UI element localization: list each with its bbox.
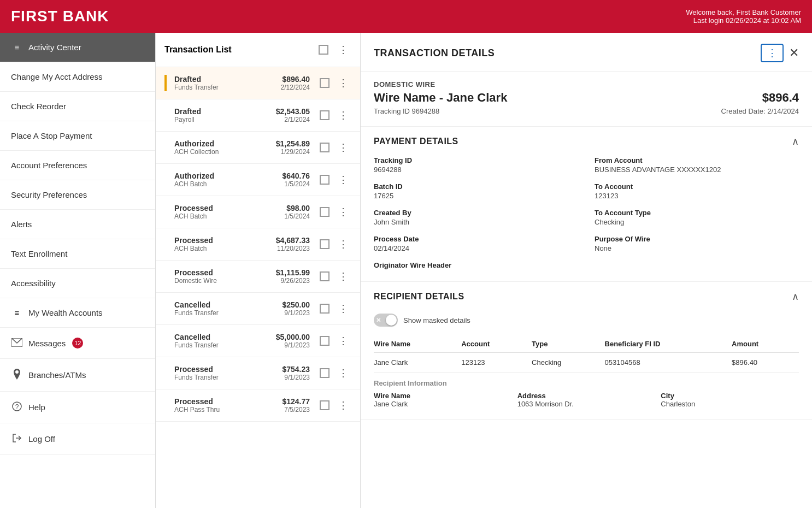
transaction-type: Funds Transfer (174, 374, 276, 381)
field-label: Tracking ID (374, 156, 578, 164)
sidebar-item-messages[interactable]: Messages 12 (0, 328, 155, 359)
sidebar-item-alerts[interactable]: Alerts (0, 210, 155, 239)
table-row[interactable]: Cancelled Funds Transfer $5,000.00 9/1/2… (156, 325, 360, 357)
table-row[interactable]: Drafted Payroll $2,543.05 2/1/2024 ⋮ (156, 99, 360, 132)
svg-text:?: ? (15, 403, 19, 411)
recipient-details-toggle-icon: ∧ (792, 291, 799, 303)
transaction-date: 1/29/2024 (276, 148, 310, 156)
masked-details-toggle[interactable]: ✕ (374, 314, 398, 327)
wire-name-row: Wire Name - Jane Clark $896.4 (374, 91, 799, 105)
transaction-menu-button[interactable]: ⋮ (335, 302, 351, 316)
table-row[interactable]: Processed Funds Transfer $754.23 9/1/202… (156, 357, 360, 389)
wire-info-section: DOMESTIC WIRE Wire Name - Jane Clark $89… (361, 72, 812, 127)
transaction-menu-button[interactable]: ⋮ (335, 76, 351, 90)
transaction-status: Cancelled (174, 300, 276, 309)
transaction-info: Cancelled Funds Transfer (174, 300, 276, 317)
wire-name: Wire Name - Jane Clark (374, 91, 507, 105)
sidebar-item-stop-payment[interactable]: Place A Stop Payment (0, 121, 155, 151)
sidebar-item-label: Security Preferences (11, 190, 87, 199)
transaction-type: Payroll (174, 116, 270, 123)
sidebar-item-logoff[interactable]: Log Off (0, 423, 155, 455)
logoff-icon (11, 433, 23, 445)
wealth-icon: ≡ (11, 308, 23, 317)
sidebar-item-label: Place A Stop Payment (11, 131, 92, 140)
transaction-status: Drafted (174, 75, 275, 84)
transaction-amount: $640.76 (282, 172, 310, 180)
field-label: From Account (595, 156, 799, 164)
transaction-menu-button[interactable]: ⋮ (335, 237, 351, 251)
transaction-menu-button[interactable]: ⋮ (335, 334, 351, 348)
transaction-type: ACH Batch (174, 245, 270, 252)
field-label: Created By (374, 209, 578, 217)
transaction-menu-button[interactable]: ⋮ (335, 398, 351, 412)
sidebar-item-label: Text Enrollment (11, 249, 67, 258)
table-row[interactable]: Authorized ACH Batch $640.76 1/5/2024 ⋮ (156, 164, 360, 196)
transaction-info: Processed ACH Batch (174, 204, 279, 220)
table-row[interactable]: Cancelled Funds Transfer $250.00 9/1/202… (156, 293, 360, 325)
transaction-menu-button[interactable]: ⋮ (335, 269, 351, 283)
payment-field: To Account 123123 (595, 182, 799, 200)
sidebar-item-label: Branches/ATMs (28, 370, 86, 380)
payment-details-grid: Tracking ID 9694288 From Account BUSINES… (374, 156, 799, 270)
table-row[interactable]: Authorized ACH Collection $1,254.89 1/29… (156, 132, 360, 164)
transaction-checkbox[interactable] (320, 110, 329, 120)
sidebar-item-activity-center[interactable]: ≡ Activity Center (0, 33, 155, 62)
transaction-menu-button[interactable]: ⋮ (335, 173, 351, 187)
transaction-date: 2/1/2024 (276, 116, 310, 123)
table-row[interactable]: Processed Domestic Wire $1,115.99 9/26/2… (156, 261, 360, 293)
sidebar-item-change-address[interactable]: Change My Acct Address (0, 62, 155, 92)
col-header-type: Type (532, 335, 604, 353)
payment-details-header[interactable]: PAYMENT DETAILS ∧ (361, 127, 812, 156)
sidebar-item-label: Help (28, 403, 45, 412)
payment-field: From Account BUSINESS ADVANTAGE XXXXXX12… (595, 156, 799, 174)
sidebar: ≡ Activity Center Change My Acct Address… (0, 33, 156, 508)
transaction-status: Processed (174, 268, 270, 277)
table-row[interactable]: Processed ACH Pass Thru $124.77 7/5/2023… (156, 389, 360, 422)
sidebar-item-help[interactable]: ? Help (0, 392, 155, 423)
sidebar-item-check-reorder[interactable]: Check Reorder (0, 92, 155, 121)
transaction-checkbox[interactable] (320, 304, 329, 314)
transaction-info: Drafted Funds Transfer (174, 75, 275, 91)
select-all-checkbox[interactable] (319, 45, 328, 55)
transaction-checkbox[interactable] (320, 175, 329, 185)
transaction-type: ACH Collection (174, 148, 270, 156)
transaction-checkbox[interactable] (320, 78, 329, 88)
transaction-menu-button[interactable]: ⋮ (335, 108, 351, 122)
transaction-menu-button[interactable]: ⋮ (335, 205, 351, 219)
table-row[interactable]: Processed ACH Batch $98.00 1/5/2024 ⋮ (156, 196, 360, 228)
transaction-status: Processed (174, 397, 276, 406)
sidebar-item-branches[interactable]: Branches/ATMs (0, 359, 155, 392)
field-value: Charleston (661, 400, 799, 408)
transaction-checkbox[interactable] (320, 239, 329, 249)
sidebar-item-accessibility[interactable]: Accessibility (0, 269, 155, 298)
transaction-checkbox[interactable] (320, 336, 329, 346)
cell-account: 123123 (461, 353, 532, 373)
sidebar-item-security-preferences[interactable]: Security Preferences (0, 180, 155, 210)
sidebar-item-my-wealth[interactable]: ≡ My Wealth Accounts (0, 298, 155, 328)
details-menu-button[interactable]: ⋮ (761, 44, 784, 62)
payment-details-title: PAYMENT DETAILS (374, 137, 458, 146)
sidebar-item-text-enrollment[interactable]: Text Enrollment (0, 239, 155, 269)
details-close-button[interactable]: ✕ (789, 46, 799, 60)
sidebar-item-account-preferences[interactable]: Account Preferences (0, 151, 155, 180)
recipient-details-header[interactable]: RECIPIENT DETAILS ∧ (361, 282, 812, 311)
table-row[interactable]: Drafted Funds Transfer $896.40 2/12/2024… (156, 67, 360, 99)
transaction-checkbox[interactable] (320, 207, 329, 217)
transaction-status: Authorized (174, 172, 276, 180)
transaction-amount: $896.40 (281, 75, 310, 84)
transaction-status: Cancelled (174, 333, 270, 341)
field-value: 02/14/2024 (374, 244, 578, 252)
transaction-checkbox[interactable] (320, 400, 329, 410)
transaction-list-title: Transaction List (164, 45, 232, 55)
location-icon (11, 369, 23, 381)
transaction-menu-button[interactable]: ⋮ (335, 140, 351, 155)
table-row[interactable]: Processed ACH Batch $4,687.33 11/20/2023… (156, 228, 360, 261)
cell-fi-id: 053104568 (605, 353, 732, 373)
transaction-list-menu-button[interactable]: ⋮ (335, 43, 351, 57)
field-label: Wire Name (374, 392, 512, 400)
transaction-checkbox[interactable] (320, 368, 329, 378)
wire-created-date: Created Date: 2/14/2024 (721, 107, 799, 115)
transaction-menu-button[interactable]: ⋮ (335, 366, 351, 380)
transaction-checkbox[interactable] (320, 271, 329, 281)
transaction-checkbox[interactable] (320, 143, 329, 152)
